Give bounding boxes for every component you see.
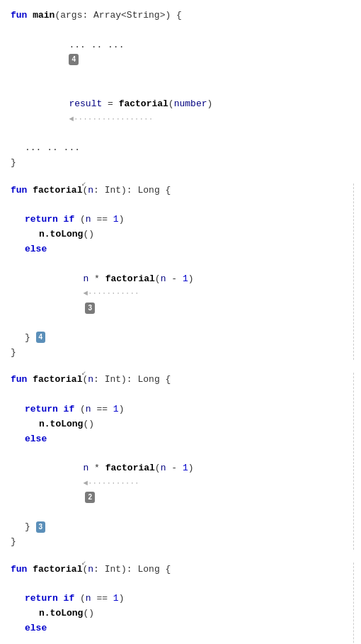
badge-4b: 4 (36, 332, 46, 343)
block-factorial-3: return 3*2*1 fun factorial(n: Int): Long… (11, 373, 354, 550)
badge-2: 2 (85, 492, 95, 503)
code-line: fun factorial(n: Int): Long { (11, 183, 353, 198)
code-line-else: else (11, 621, 353, 636)
page: fun main(args: Array<String>) { ... .. .… (0, 0, 361, 644)
arrow-spacer: ↙ (11, 367, 357, 373)
code-line: fun main(args: Array<String>) { (11, 9, 357, 23)
code-line: } (11, 535, 353, 550)
code-line-recursive: n * factorial(n - 1) ◄∙∙∙∙∙∙∙∙∙∙∙ 1 (11, 636, 353, 644)
code-line: fun factorial(n: Int): Long { (11, 563, 353, 577)
code-line-empty (11, 577, 353, 592)
code-line-returnif: return if (n == 1) (11, 213, 353, 227)
badge-4: 4 (69, 54, 79, 65)
code-line-recursive: n * factorial(n - 1) ◄∙∙∙∙∙∙∙∙∙∙∙ 2 (11, 446, 353, 520)
code-line-empty (11, 388, 353, 402)
badge-3: 3 (85, 303, 95, 314)
code-area: fun main(args: Array<String>) { ... .. .… (0, 0, 361, 644)
code-line: ... .. ... (11, 141, 357, 156)
code-line-else: else (11, 242, 353, 257)
arrow-spacer: ↙ (11, 178, 357, 183)
block-factorial-2: return 2*1 fun factorial(n: Int): Long {… (11, 563, 354, 644)
code-line: } (11, 346, 353, 361)
block-main: fun main(args: Array<String>) { ... .. .… (11, 9, 357, 171)
code-line: ... .. ... 4 (11, 23, 357, 82)
code-line-result: result = factorial(number) ◄∙∙∙∙∙∙∙∙∙∙∙∙… (11, 82, 357, 141)
code-line-brace: } 3 (11, 520, 353, 535)
arrow-spacer: ↙ (11, 557, 357, 563)
code-line-tolong: n.toLong() (11, 227, 353, 242)
code-line-empty (11, 198, 353, 213)
code-line-recursive: n * factorial(n - 1) ◄∙∙∙∙∙∙∙∙∙∙∙ 3 (11, 257, 353, 331)
code-line: } (11, 156, 357, 171)
code-line: fun factorial(n: Int): Long { (11, 373, 353, 388)
code-line-returnif: return if (n == 1) (11, 592, 353, 606)
code-line-brace: } 4 (11, 331, 353, 346)
badge-3b: 3 (36, 521, 46, 533)
code-line-tolong: n.toLong() (11, 417, 353, 432)
code-line-else: else (11, 432, 353, 447)
block-factorial-4: return 4*3*2*1 fun factorial(n: Int): Lo… (11, 183, 354, 361)
code-line-tolong: n.toLong() (11, 606, 353, 621)
code-line-returnif: return if (n == 1) (11, 402, 353, 417)
